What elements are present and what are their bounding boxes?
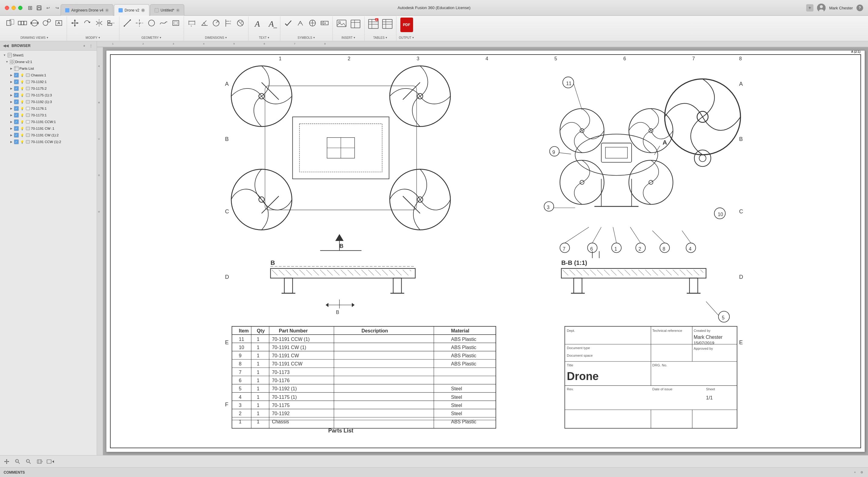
- mirror-icon[interactable]: [94, 18, 104, 29]
- 70-1191-ccw-1-checkbox[interactable]: ✓: [14, 119, 19, 124]
- 70-1191-ccw-1-visibility[interactable]: 💡: [20, 120, 24, 124]
- parts-list-icon[interactable]: 1: [367, 18, 380, 30]
- tab-airgineers-drone[interactable]: Airgineers Drone v4 ✕: [61, 4, 113, 16]
- base-view-icon[interactable]: [5, 18, 16, 29]
- canvas-area[interactable]: 1 2 3 4 5 6 7 8 A B C D E A: [97, 41, 868, 455]
- insert-table-icon[interactable]: [349, 18, 362, 30]
- 70-1192-1-3-visibility[interactable]: 💡: [20, 100, 24, 104]
- angular-dim-icon[interactable]: [198, 18, 210, 29]
- display-settings-tool[interactable]: ▼: [35, 457, 44, 466]
- tree-item-70-1192-1[interactable]: ▶ ✓ 💡 70-1192:1: [0, 78, 97, 85]
- tree-item-70-1175-1-3[interactable]: ▶ ✓ 💡 70-1175 (1):3: [0, 92, 97, 98]
- tab-untitled[interactable]: Untitled* ✕: [150, 4, 184, 16]
- tab-close-3[interactable]: ✕: [176, 8, 180, 12]
- linear-dim-icon[interactable]: 1: [186, 18, 197, 29]
- 70-1192-1-3-checkbox[interactable]: ✓: [14, 99, 19, 104]
- 70-1191-cw-1-visibility[interactable]: 💡: [20, 126, 24, 131]
- tree-item-70-1173-1[interactable]: ▶ ✓ 💡 70-1173:1: [0, 112, 97, 119]
- chassis-visibility[interactable]: 💡: [20, 73, 24, 77]
- chassis-checkbox[interactable]: ✓: [14, 73, 19, 77]
- text-label[interactable]: TEXT ▼: [259, 36, 270, 39]
- comments-settings-btn[interactable]: ⚙: [859, 470, 864, 475]
- tables-label[interactable]: TABLES ▼: [373, 36, 388, 39]
- 70-1175-2-checkbox[interactable]: ✓: [14, 86, 19, 91]
- 70-1175-2-visibility[interactable]: 💡: [20, 86, 24, 91]
- fullscreen-button[interactable]: [18, 6, 23, 10]
- datum-icon[interactable]: +: [307, 18, 318, 29]
- 70-1191-ccw-1-2-visibility[interactable]: 💡: [20, 140, 24, 144]
- 70-1173-1-visibility[interactable]: 💡: [20, 113, 24, 117]
- projected-view-icon[interactable]: [17, 18, 28, 29]
- tree-item-drone-v2[interactable]: ▼ Drone v2:1: [0, 59, 97, 65]
- centerline-icon[interactable]: [134, 18, 145, 29]
- feature-control-icon[interactable]: ⊕: [319, 18, 330, 29]
- browser-menu-btn[interactable]: ⋮: [88, 43, 94, 49]
- symbols-label[interactable]: SYMBOLS ▼: [298, 36, 315, 39]
- circle-icon[interactable]: [146, 18, 157, 29]
- text-tool-icon[interactable]: A: [251, 18, 264, 30]
- 70-1176-1-checkbox[interactable]: ✓: [14, 106, 19, 111]
- line-icon[interactable]: [122, 18, 133, 29]
- browser-collapse-btn[interactable]: ◀◀: [3, 44, 8, 48]
- align-icon[interactable]: [106, 18, 117, 29]
- section-view-icon[interactable]: [29, 18, 40, 29]
- zoom-in-tool[interactable]: −: [24, 457, 33, 466]
- tab-close-1[interactable]: ✕: [105, 8, 109, 12]
- save-button[interactable]: [35, 4, 43, 12]
- 70-1175-1-3-checkbox[interactable]: ✓: [14, 93, 19, 98]
- diameter-dim-icon[interactable]: ⌀: [235, 18, 246, 29]
- pan-tool[interactable]: [2, 457, 11, 466]
- checkmark-icon[interactable]: [283, 18, 294, 29]
- tree-item-chassis[interactable]: ▶ ✓ 💡 Chassis:1: [0, 72, 97, 78]
- 70-1175-1-3-visibility[interactable]: 💡: [20, 93, 24, 97]
- 70-1192-1-visibility[interactable]: 💡: [20, 80, 24, 84]
- output-label[interactable]: OUTPUT ▼: [399, 36, 414, 39]
- detail-view-icon[interactable]: [41, 18, 52, 29]
- browser-add-btn[interactable]: +: [82, 43, 87, 49]
- tree-item-70-1191-cw-1[interactable]: ▶ ✓ 💡 70-1191 CW :1: [0, 125, 97, 132]
- tree-item-70-1191-ccw-1[interactable]: ▶ ✓ 💡 70-1191 CCW:1: [0, 119, 97, 125]
- insert-image-icon[interactable]: [335, 18, 348, 30]
- minimize-button[interactable]: [11, 6, 16, 10]
- help-button[interactable]: ?: [857, 4, 863, 11]
- app-menu-button[interactable]: ⊞: [26, 4, 34, 12]
- 70-1191-cw-1-2-checkbox[interactable]: ✓: [14, 133, 19, 137]
- tab-drone-v2[interactable]: Drone v2 ✕: [114, 4, 149, 16]
- new-tab-button[interactable]: +: [806, 4, 813, 11]
- undo-button[interactable]: ↩: [44, 4, 52, 12]
- dimensions-label[interactable]: DIMENSIONS ▼: [205, 36, 227, 39]
- surface-finish-icon[interactable]: √: [295, 18, 306, 29]
- view-options-tool[interactable]: ▼: [46, 457, 55, 466]
- zoom-fit-tool[interactable]: +: [13, 457, 22, 466]
- ordinate-dim-icon[interactable]: 01: [223, 18, 234, 29]
- rotate-icon[interactable]: [82, 18, 92, 29]
- move-icon[interactable]: [69, 18, 80, 29]
- 70-1191-cw-1-checkbox[interactable]: ✓: [14, 126, 19, 131]
- redo-button[interactable]: ↪: [53, 4, 61, 12]
- 70-1191-ccw-1-2-checkbox[interactable]: ✓: [14, 139, 19, 144]
- 70-1191-cw-1-2-visibility[interactable]: 💡: [20, 133, 24, 137]
- tree-item-70-1175-2[interactable]: ▶ ✓ 💡 70-1175:2: [0, 85, 97, 92]
- close-button[interactable]: [5, 6, 9, 10]
- tab-close-2[interactable]: ✕: [141, 8, 145, 12]
- tree-item-70-1191-cw-1-2[interactable]: ▶ ✓ 💡 70-1191 CW (1):2: [0, 132, 97, 138]
- insert-label[interactable]: INSERT ▼: [342, 36, 355, 39]
- tree-item-parts-list[interactable]: ▶ Parts List: [0, 65, 97, 72]
- add-comment-btn[interactable]: +: [852, 470, 858, 475]
- tree-item-sheet1[interactable]: ▼ Sheet1: [0, 52, 97, 59]
- radius-dim-icon[interactable]: R: [211, 18, 221, 29]
- modify-label[interactable]: MODIFY ▼: [86, 36, 101, 39]
- spline-icon[interactable]: [158, 18, 169, 29]
- tree-item-70-1191-ccw-1-2[interactable]: ▶ ✓ 💡 70-1191 CCW (1):2: [0, 138, 97, 145]
- export-pdf-icon[interactable]: PDF: [400, 18, 413, 32]
- edit-view-icon[interactable]: [53, 18, 64, 29]
- 70-1192-1-checkbox[interactable]: ✓: [14, 80, 19, 84]
- geometry-label[interactable]: GEOMETRY ▼: [142, 36, 162, 39]
- 70-1173-1-checkbox[interactable]: ✓: [14, 113, 19, 118]
- offset-icon[interactable]: [170, 18, 181, 29]
- revision-table-icon[interactable]: [381, 18, 394, 30]
- 70-1176-1-visibility[interactable]: 💡: [20, 106, 24, 110]
- tree-item-70-1192-1-3[interactable]: ▶ ✓ 💡 70-1192 (1):3: [0, 98, 97, 105]
- drawing-views-label[interactable]: DRAWING VIEWS ▼: [21, 36, 49, 39]
- text-style-icon[interactable]: A: [265, 18, 278, 30]
